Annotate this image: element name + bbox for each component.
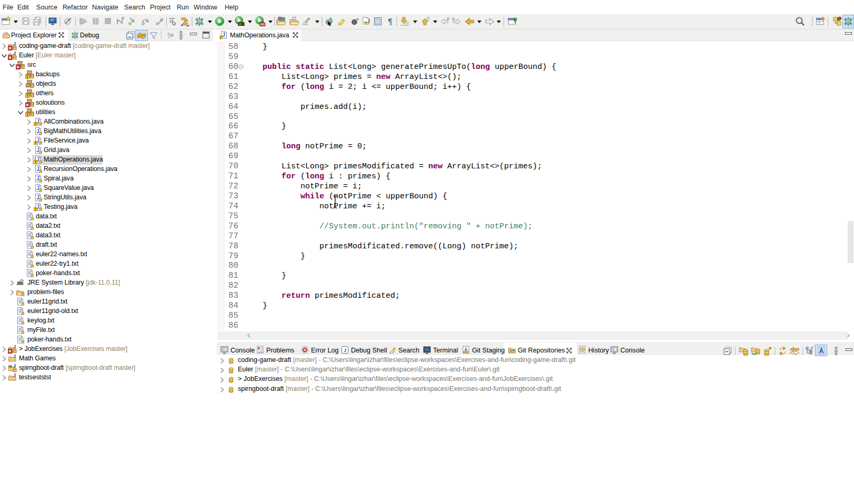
svg-text:J: J (13, 345, 16, 349)
svg-text:J: J (36, 128, 39, 134)
svg-text:J: J (222, 32, 225, 38)
svg-text:J: J (36, 195, 39, 200)
svg-text:GIT: GIT (510, 350, 515, 352)
svg-text:J: J (344, 348, 346, 354)
svg-text:J: J (36, 176, 39, 182)
svg-text:¶: ¶ (388, 17, 393, 26)
svg-text:J: J (13, 364, 16, 368)
svg-text:J: J (13, 354, 16, 359)
svg-text:J: J (13, 42, 16, 46)
svg-text:J: J (36, 147, 39, 153)
svg-text:J: J (36, 185, 39, 191)
svg-text:J: J (13, 373, 16, 378)
svg-text:M: M (8, 364, 12, 369)
svg-text:J: J (13, 51, 16, 56)
svg-text:J: J (36, 166, 39, 172)
